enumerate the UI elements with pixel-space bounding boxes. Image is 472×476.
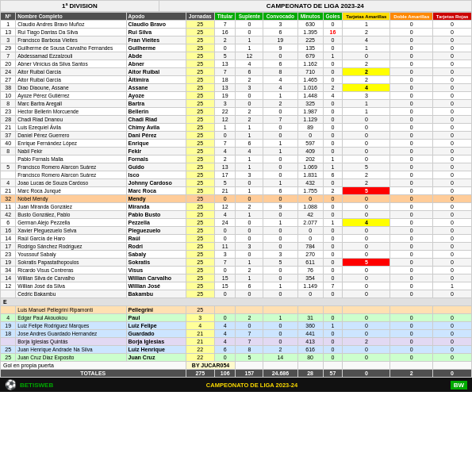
table-row-section-e: 25Juan Henrique Andrade Na SilvaLuiz Hen… [1, 346, 472, 354]
table-row: 38Diao Diaoune, AssaneAssane2513341.0162… [1, 84, 472, 92]
table-row: 8Marc Bartra AregallBartra253023250100 [1, 100, 472, 108]
table-row: 19Sokratis PapastathopoulosSokratis25715… [1, 259, 472, 267]
table-row: 21Marc Roca JunquéMarc Roca2521161.75525… [1, 187, 472, 195]
col-titular: Titular [214, 13, 236, 21]
table-row: 34Ricardo Visus ContrerasVisus2502076000… [1, 267, 472, 274]
table-row: 3Francisco Barbosa VieitesFran Vieites25… [1, 36, 472, 44]
table-row: 28Chadi Riad DnanouChadi Riad2512271.129… [1, 116, 472, 124]
col-num: Nº [1, 13, 16, 21]
table-row: 6German Alejo PezzellaPezzella2524012.07… [1, 219, 472, 227]
table-row: 24Aitor Ruibal GarciaAitor Ruibal2576871… [1, 68, 472, 76]
betis-icon: ⚽ [5, 379, 17, 390]
table-row: 10Ayoze Pérez GutiérrezAyoze2519011.4484… [1, 92, 472, 100]
table-row: 14Raúl García de HaroRaúl2500000000 [1, 235, 472, 243]
table-row: 42Busto González, PabloPablo Busto254104… [1, 211, 472, 219]
table-row-section-e: 18Jose Andres Guardado HernandezGuardado… [1, 330, 472, 338]
table-row-section-e: 19Luiz Felipe Rodriguez MarquesLuiz Feli… [1, 322, 472, 330]
col-minutos: Minutos [297, 13, 323, 21]
col-convocado: Convocado [263, 13, 297, 21]
players-table: Nº Nombre Completo Apodo Jornadas Titula… [0, 12, 472, 378]
table-row: Cedric BakambuBakambu2500000000 [1, 290, 472, 298]
betis-logo-area: ⚽ BETISWEB [5, 379, 53, 390]
table-row: Pablo Fornals MallaFornals252102021000 [1, 155, 472, 163]
table-row: 17Rodrigo Sánchez RodriguezRodri25113078… [1, 243, 472, 251]
gol-propia-puerta-row: Gol en propia puertaBY JUCAR054 [1, 362, 472, 370]
totales-row: TOTALES27510615724.6862857020 [1, 370, 472, 378]
col-suplente: Suplente [236, 13, 263, 21]
table-row: 23Hector Bellerin MorcuendeBellerin25222… [1, 108, 472, 116]
table-row: 7Abdessamad EzzalzouliAbde2551206791000 [1, 52, 472, 60]
table-header-row: Nº Nombre Completo Apodo Jornadas Titula… [1, 13, 472, 21]
table-row: 27Aitor Ruibal GarciaÀitimira2518241.465… [1, 76, 472, 84]
table-row-section-e: Borja Iglesias QuintásBorja Iglesias2147… [1, 338, 472, 346]
table-row: Francisco Romero Alarcon SuárezIsco25173… [1, 171, 472, 179]
header: 1ª DIVISION CAMPEONATO DE LIGA 2023-24 [0, 0, 472, 12]
division-label: 1ª DIVISION [1, 1, 159, 11]
table-row-section-e: 25Juan Cruz Diaz ExpositoJuan Cruz220514… [1, 354, 472, 362]
col-nombre: Nombre Completo [16, 13, 126, 21]
table-row: 21Luis Ezequiel ÁvilaChimy Avila25110890… [1, 124, 472, 132]
table-row: 20Abner Vinicius da Silva SantosAbner251… [1, 60, 472, 68]
col-jornadas: Jornadas [186, 13, 214, 21]
table-row: 37Daniel Pérez GuerreroDani Pérez2501000… [1, 132, 472, 140]
table-row: 11Juan Miranda GonzálezMiranda2512291.08… [1, 203, 472, 211]
table-row: 23Youssouf SabalySabaly253032700000 [1, 251, 472, 259]
section-e-separator: E [1, 298, 472, 306]
table-row: 29Guilherme de Sousa Carvalho FernandesG… [1, 44, 472, 52]
table-row-section-e: Luis Manuel Pellegrini RipamontiPellegri… [1, 306, 472, 314]
bw-brand: BW [451, 381, 467, 390]
table-row: 8Nabil FekirFekir254414090000 [1, 148, 472, 155]
table-row: 13Rui Tiago Dantas Da SilvaRui Silva2516… [1, 29, 472, 36]
col-tarj-amarillas: Tarjetas Amarillas [343, 13, 390, 21]
campeonato-label: CAMPEONATO DE LIGA 2023-24 [159, 1, 471, 11]
page-wrapper: 1ª DIVISION CAMPEONATO DE LIGA 2023-24 N… [0, 0, 472, 392]
col-apodo: Apodo [126, 13, 186, 21]
table-row: 32Nobel MendyMendy2500000000 [1, 195, 472, 203]
table-row: 14Willian Silva de CarvalhoWillian Carva… [1, 274, 472, 282]
table-row: 4Joao Lucas de Souza CardosoJohnny Cardo… [1, 179, 472, 187]
bottom-bar: ⚽ BETISWEB CAMPEONATO DE LIGA 2023-24 BW [0, 378, 472, 392]
betis-brand: BETISWEB [20, 382, 53, 389]
table-row: 40Enrique Fernández LópezEnrique25761597… [1, 140, 472, 148]
table-row: 5Francisco Romero Alarcon SuárezGuido251… [1, 163, 472, 171]
col-tarj-rojas: Tarjetas Rojas [433, 13, 472, 21]
col-goles: Goles [323, 13, 343, 21]
table-row: 12Willian José da SilvaWillian José25156… [1, 282, 472, 290]
table-row-section-e: 4Edgar Paul AkouokouPaul3021310000 [1, 314, 472, 322]
col-doble-amarilla: Doble Amarillas [390, 13, 433, 21]
table-row: 1Claudio Andres Bravo MuñozClaudio Bravo… [1, 21, 472, 29]
table-row: 16Xavier Pleguezuelo SelvaPleguezuelo250… [1, 227, 472, 235]
campeonato-footer: CAMPEONATO DE LIGA 2023-24 [206, 382, 297, 389]
